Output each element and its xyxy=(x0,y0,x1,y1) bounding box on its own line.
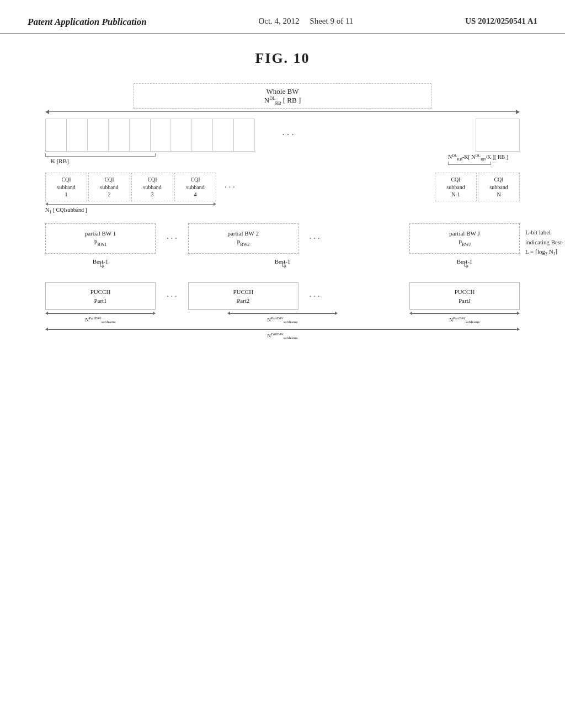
whole-bw-arrow xyxy=(45,110,520,114)
publication-title: Patent Application Publication xyxy=(28,17,147,28)
a2-right xyxy=(335,312,338,315)
partial-dots-1: · · · xyxy=(156,223,188,254)
whole-bw-label: Whole BW xyxy=(156,87,409,96)
fb-line xyxy=(48,329,517,330)
fullbw-sup: FullBW xyxy=(271,332,284,336)
publication-date: Oct. 4, 2012 xyxy=(258,17,299,25)
sg-col-6 xyxy=(151,119,172,151)
best1-arrow-1: ↳ xyxy=(98,260,105,270)
fullbw-arrow-row: NFullBWsubframe xyxy=(45,328,520,340)
arrow-line-body xyxy=(49,111,516,112)
k-rb-label-group: K [RB] xyxy=(45,153,255,164)
annotation-line2: indicating Best-1 xyxy=(525,238,565,248)
cqi-arrow-row: N1 [ CQIsubband ] xyxy=(45,202,520,215)
k-brace xyxy=(45,153,156,157)
sg-col-9 xyxy=(213,119,234,151)
arrow-partbw-1 xyxy=(45,312,156,315)
best1-text-2: Best-1 ↳ xyxy=(275,258,291,265)
arrow-left-head xyxy=(45,110,49,114)
partial-bw-j-p: PBWJ xyxy=(459,238,471,248)
pucch-dots-2: · · · xyxy=(299,282,331,310)
partial-bw-row: partial BW 1 PBW1 · · · partial BW 2 PBW… xyxy=(45,223,520,254)
sg-col-1 xyxy=(46,119,67,151)
arrow-right-head xyxy=(516,110,520,114)
diagram-area: Whole BW NDLRB [ RB ] xyxy=(0,78,565,362)
whole-bw-formula: NDLRB [ RB ] xyxy=(156,96,409,106)
partial-bw-1: partial BW 1 PBW1 xyxy=(45,223,156,254)
nrb-sup: DL xyxy=(452,153,457,158)
pucch-part2-label: PUCCHPart2 xyxy=(233,287,253,306)
partial-bw-1-p: PBW1 xyxy=(94,238,106,248)
subband-dots: · · · xyxy=(255,119,321,152)
cqi-box-n1: CQIsubbandN-1 xyxy=(435,173,477,201)
arrow-partbw-j xyxy=(409,312,520,315)
pucch-part1: PUCCHPart1 xyxy=(45,282,156,310)
arrow-r xyxy=(214,202,216,206)
best1-row: Best-1 ↳ Best-1 ↳ Best-1 ↳ xyxy=(45,256,520,266)
fb-right xyxy=(517,328,520,331)
whole-bw-section: Whole BW NDLRB [ RB ] xyxy=(45,83,520,114)
right-annotation: L-bit label indicating Best-1 L = ⌈log2 … xyxy=(525,228,565,258)
cqi-row: CQIsubband1 CQIsubband2 CQIsubband3 CQIs… xyxy=(45,173,520,201)
arrow-line-cqi xyxy=(48,204,214,205)
cqi-box-2: CQIsubband2 xyxy=(88,173,130,201)
partbw-sub-2: subframe xyxy=(284,320,298,324)
sg-col-10 xyxy=(234,119,254,151)
partial-bw-2: partial BW 2 PBW2 xyxy=(188,223,299,254)
fullbw-label: NFullBWsubframe xyxy=(45,332,520,340)
spacer-3 xyxy=(33,269,532,279)
sg-col-2 xyxy=(67,119,88,151)
nrb-right-label: NDLRB-K[ NDLRB/K ][ RB ] xyxy=(448,153,520,165)
partbw-sup-1: PartBW xyxy=(89,316,102,320)
cqi-left-boxes: CQIsubband1 CQIsubband2 CQIsubband3 CQIs… xyxy=(45,173,216,201)
cqi-box-n: CQIsubbandN xyxy=(478,173,520,201)
partbw-arrow-1: NPartBWsubframe xyxy=(45,312,156,324)
partial-bw-2-p: PBW2 xyxy=(237,238,249,248)
cqi-dots: · · · xyxy=(216,173,243,201)
best1-arrow-2: ↳ xyxy=(280,260,287,270)
cqi-box-1: CQIsubband1 xyxy=(45,173,87,201)
header-center: Oct. 4, 2012 Sheet 9 of 11 xyxy=(258,17,353,26)
sg-col-7 xyxy=(171,119,192,151)
formula-sup-dl: DL xyxy=(269,96,275,101)
fullbw-sub: subframe xyxy=(284,336,298,340)
best1-label-j: Best-1 ↳ xyxy=(409,256,520,266)
pucch-part1-label: PUCCHPart1 xyxy=(90,287,111,306)
figure-title: FIG. 10 xyxy=(0,50,565,67)
best1-arrow-j: ↳ xyxy=(462,260,470,270)
a-line xyxy=(48,313,153,314)
subband-grid-right xyxy=(476,119,520,152)
k-rb-text: K [RB] xyxy=(51,158,69,164)
pucch-row: PUCCHPart1 · · · PUCCHPart2 · · · PUCCHP… xyxy=(45,282,520,310)
partbw-arrow-2: NPartBWsubframe xyxy=(227,312,338,324)
cqi-left-arrow-group: N1 [ CQIsubband ] xyxy=(45,202,216,215)
sheet-info: Sheet 9 of 11 xyxy=(310,17,353,25)
partial-bw-j-label: partial BW J xyxy=(449,229,479,238)
pucch-partj-label: PUCCHPartJ xyxy=(455,287,475,306)
n1-label: N1 [ CQIsubband ] xyxy=(45,207,216,215)
patent-number: US 2012/0250541 A1 xyxy=(465,17,537,26)
partial-dots-2: · · · xyxy=(299,223,331,254)
spacer-2 xyxy=(33,215,532,219)
nrb-sub: RB xyxy=(457,157,462,162)
pucch-partj: PUCCHPartJ xyxy=(409,282,520,310)
sg-col-3 xyxy=(88,119,109,151)
partbw-sub-1: subframe xyxy=(102,320,116,324)
partbw-sup-j: PartBW xyxy=(453,316,466,320)
partbw-arrow-j: NPartBWsubframe xyxy=(409,312,520,324)
pbw1-sub: BW1 xyxy=(98,243,107,248)
partbw-label-2: NPartBWsubframe xyxy=(227,316,338,324)
fullbw-arrow xyxy=(45,328,520,331)
spacer-1 xyxy=(33,165,532,169)
partial-bw-1-label: partial BW 1 xyxy=(85,229,116,238)
pbw2-sub: BW2 xyxy=(240,243,249,248)
annotation-line1: L-bit label xyxy=(525,228,565,238)
a2-line xyxy=(230,313,335,314)
nrb-sup2: DL xyxy=(476,153,481,158)
aj-line xyxy=(412,313,517,314)
partial-bw-2-label: partial BW 2 xyxy=(227,229,259,238)
subband-grid-left xyxy=(45,119,255,152)
sg-col-4 xyxy=(109,119,130,151)
cqi-left-arrow xyxy=(45,202,216,206)
best1-text-j: Best-1 ↳ xyxy=(457,258,473,265)
